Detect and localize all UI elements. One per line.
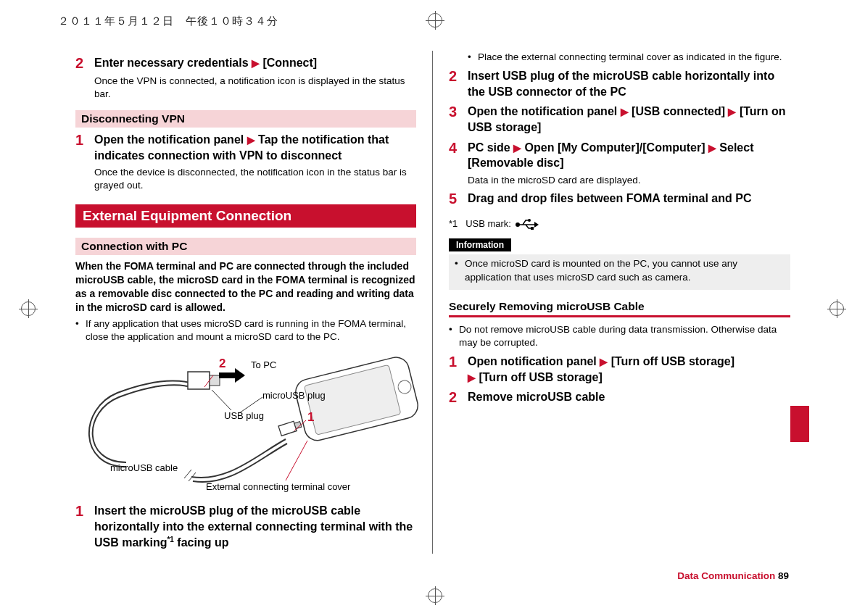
bullet-icon: • [75, 317, 86, 344]
step-number: 2 [449, 68, 468, 99]
connection-step2: 2 Insert USB plug of the microUSB cable … [449, 68, 790, 99]
page-number: 89 [778, 570, 789, 581]
svg-rect-19 [531, 227, 534, 230]
step-text: Remove microUSB cable [468, 389, 790, 406]
svg-line-0 [184, 470, 191, 478]
step-text: [Connect] [260, 57, 317, 69]
connection-step1-bullet: • Place the external connecting terminal… [468, 51, 790, 64]
step-number: 1 [449, 354, 468, 385]
step-description: Once the device is disconnected, the not… [94, 166, 416, 191]
step-number: 2 [75, 55, 94, 72]
step-text: [Turn off USB storage] [608, 355, 734, 367]
triangle-icon: ▶ [708, 142, 716, 154]
footnote-text: USB mark: [465, 218, 511, 229]
connection-with-pc-heading: Connection with PC [75, 238, 416, 255]
step-text: facing up [174, 536, 229, 549]
step-text: Insert USB plug of the microUSB cable ho… [468, 68, 790, 99]
connection-step3: 3 Open the notification panel ▶ [USB con… [449, 104, 790, 135]
secure-remove-note: • Do not remove microUSB cable during da… [449, 323, 790, 349]
build-timestamp: ２０１１年５月１２日 午後１０時３４分 [58, 14, 278, 28]
securely-removing-heading: Securely Removing microUSB Cable [449, 300, 790, 317]
step-text: Open the notification panel [94, 133, 247, 146]
figure-label-ext-cover: External connecting terminal cover [206, 481, 350, 492]
step-description: Data in the microSD card are displayed. [468, 174, 790, 187]
page-content: 2 Enter necessary credentials ▶ [Connect… [59, 51, 806, 573]
triangle-icon: ▶ [513, 142, 521, 154]
figure-label-microusb-plug: microUSB plug [262, 390, 326, 401]
right-column: • Place the external connecting terminal… [433, 51, 806, 554]
bullet-icon: • [468, 51, 478, 64]
step-number: 5 [449, 191, 468, 207]
figure-label-to-pc: To PC [251, 359, 276, 370]
svg-rect-2 [188, 372, 210, 389]
figure-label-usb-plug: USB plug [224, 410, 264, 421]
step-text: PC side [468, 141, 513, 154]
bullet-text: If any application that uses microSD car… [86, 317, 416, 344]
step-text: Insert the microUSB plug of the microUSB… [94, 504, 413, 549]
triangle-icon: ▶ [468, 372, 476, 383]
step-text: [USB connected] [629, 105, 729, 117]
figure-label-microusb-cable: microUSB cable [110, 462, 178, 473]
usb-connection-svg [75, 354, 416, 499]
crop-mark-bottom-icon [428, 588, 442, 603]
information-badge: Information [449, 238, 511, 251]
connection-intro: When the FOMA terminal and PC are connec… [75, 259, 416, 315]
figure-marker-1: 1 [307, 410, 314, 425]
svg-line-14 [212, 390, 231, 410]
step-text: [Turn off USB storage] [476, 371, 603, 383]
connection-step5: 5 Drag and drop files between FOMA termi… [449, 191, 790, 207]
chapter-name: Data Communication [677, 570, 775, 581]
crop-mark-top-icon [428, 13, 442, 28]
connection-note: • If any application that uses microSD c… [75, 317, 416, 344]
info-text: Once microSD card is mounted on the PC, … [465, 257, 785, 283]
step-number: 1 [75, 132, 94, 163]
figure-marker-2: 2 [219, 357, 225, 371]
usb-connection-figure: 2 To PC microUSB plug USB plug 1 microUS… [75, 354, 416, 499]
bullet-text: Place the external connecting terminal c… [478, 51, 782, 64]
bullet-icon: • [455, 257, 465, 283]
triangle-icon: ▶ [252, 57, 260, 69]
step-number: 4 [449, 140, 468, 171]
bullet-text: Do not remove microUSB cable during data… [459, 323, 790, 349]
step-text: Drag and drop files between FOMA termina… [468, 191, 790, 207]
svg-rect-3 [210, 375, 220, 386]
svg-line-11 [286, 441, 307, 480]
usb-mark-footnote: *1 USB mark: [449, 217, 790, 229]
triangle-icon: ▶ [728, 106, 736, 117]
crop-mark-left-icon [21, 301, 36, 316]
vpn-connect-step2: 2 Enter necessary credentials ▶ [Connect… [75, 55, 416, 72]
step-number: 3 [449, 104, 468, 135]
svg-point-18 [528, 219, 531, 222]
bullet-icon: • [449, 323, 459, 349]
triangle-icon: ▶ [621, 106, 629, 117]
vpn-disconnect-step1: 1 Open the notification panel ▶ Tap the … [75, 132, 416, 163]
step-number: 2 [449, 389, 468, 406]
secure-step1: 1 Open notification panel ▶ [Turn off US… [449, 354, 790, 385]
page-footer: Data Communication 89 [677, 570, 789, 581]
triangle-icon: ▶ [247, 134, 255, 146]
connection-step4: 4 PC side ▶ Open [My Computer]/[Computer… [449, 140, 790, 171]
connection-step1: 1 Insert the microUSB plug of the microU… [75, 503, 416, 550]
svg-marker-17 [534, 222, 539, 228]
step-text: Open notification panel [468, 355, 600, 367]
secure-step2: 2 Remove microUSB cable [449, 389, 790, 406]
step-text: Open the notification panel [468, 105, 621, 117]
crop-mark-right-icon [829, 301, 844, 316]
step-text: Enter necessary credentials [94, 57, 252, 69]
disconnecting-vpn-heading: Disconnecting VPN [75, 110, 416, 128]
step-text: Open [My Computer]/[Computer] [521, 141, 708, 154]
step-description: Once the VPN is connected, a notificatio… [94, 75, 416, 100]
footnote-ref: *1 [167, 536, 173, 544]
usb-mark-icon [514, 217, 539, 229]
footnote-marker: *1 [449, 218, 458, 229]
step-number: 1 [75, 503, 94, 550]
left-column: 2 Enter necessary credentials ▶ [Connect… [59, 51, 433, 554]
information-block: Information • Once microSD card is mount… [449, 238, 790, 289]
triangle-icon: ▶ [600, 356, 608, 367]
external-equipment-heading: External Equipment Connection [75, 204, 416, 228]
